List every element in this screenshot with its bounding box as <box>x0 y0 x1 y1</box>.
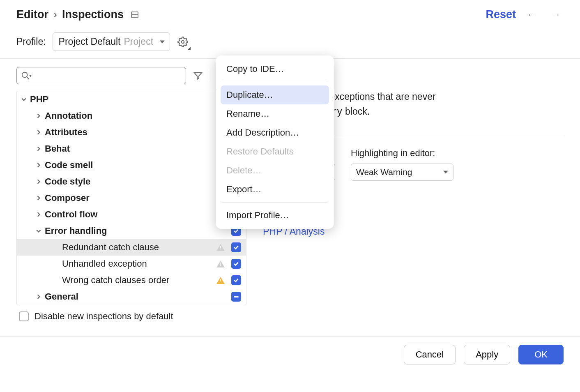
breadcrumb-root[interactable]: Editor <box>16 8 48 21</box>
tree-group-php[interactable]: PHP <box>17 91 246 108</box>
disable-new-checkbox[interactable] <box>19 311 29 321</box>
tree-group-code-smell[interactable]: Code smell <box>17 157 246 173</box>
reset-link[interactable]: Reset <box>486 8 516 21</box>
tree-group-error-handling[interactable]: Error handling <box>17 223 246 239</box>
popup-restore-defaults: Restore Defaults <box>221 142 329 161</box>
profile-label: Profile: <box>16 36 46 47</box>
tree-item-unhandled[interactable]: Unhandled exception <box>17 256 246 272</box>
checkbox-general[interactable] <box>231 292 241 302</box>
tree-group-control-flow[interactable]: Control flow <box>17 206 246 223</box>
tree-group-composer[interactable]: Composer <box>17 190 246 206</box>
tree-group-general[interactable]: General <box>17 288 246 305</box>
popup-import-profile[interactable]: Import Profile… <box>221 206 329 225</box>
breadcrumb-separator: › <box>53 8 57 21</box>
svg-point-0 <box>182 40 184 43</box>
popup-export[interactable]: Export… <box>221 180 329 199</box>
chevron-right-icon <box>36 146 41 152</box>
chevron-right-icon <box>36 179 41 184</box>
popup-delete: Delete… <box>221 161 329 180</box>
breadcrumb: Editor › Inspections <box>16 8 138 21</box>
chevron-down-icon <box>36 228 41 234</box>
popup-copy-to-ide[interactable]: Copy to IDE… <box>221 60 329 78</box>
popup-add-description[interactable]: Add Description… <box>221 123 329 142</box>
chevron-right-icon <box>36 129 41 135</box>
chevron-right-icon <box>36 212 41 217</box>
profile-select[interactable]: Project Default Project <box>53 32 170 51</box>
apply-button[interactable]: Apply <box>464 345 510 364</box>
warning-icon <box>216 277 225 284</box>
dialog-buttons: Cancel Apply OK <box>0 336 580 373</box>
tree-item-redundant-catch[interactable]: Redundant catch clause <box>17 239 246 256</box>
tree-group-code-style[interactable]: Code style <box>17 173 246 190</box>
tree-group-behat[interactable]: Behat <box>17 141 246 157</box>
profile-actions-popup: Copy to IDE… Duplicate… Rename… Add Desc… <box>216 55 334 229</box>
highlight-label: Highlighting in editor: <box>351 148 453 159</box>
chevron-right-icon <box>36 294 41 300</box>
chevron-right-icon <box>36 113 41 119</box>
checkbox-redundant-catch[interactable] <box>231 242 241 252</box>
profile-selected: Project Default <box>59 36 121 47</box>
window-icon[interactable] <box>131 12 138 18</box>
checkbox-unhandled[interactable] <box>231 259 241 269</box>
popup-separator <box>222 82 327 82</box>
tree-group-annotation[interactable]: Annotation <box>17 108 246 124</box>
popup-duplicate[interactable]: Duplicate… <box>221 85 329 104</box>
warning-icon <box>216 244 225 251</box>
highlight-select[interactable]: Weak Warning <box>351 164 453 181</box>
toolbar-divider <box>210 69 210 82</box>
search-dropdown-icon[interactable]: ▾ <box>29 73 32 78</box>
chevron-right-icon <box>36 162 41 168</box>
popup-separator <box>222 202 327 203</box>
search-icon <box>21 71 30 80</box>
disable-new-row[interactable]: Disable new inspections by default <box>16 305 246 327</box>
checkbox-wrong-order[interactable] <box>231 275 241 285</box>
ok-button[interactable]: OK <box>518 345 564 364</box>
svg-point-1 <box>22 72 28 78</box>
filter-icon[interactable] <box>192 69 204 82</box>
back-arrow-icon[interactable]: ← <box>524 8 540 21</box>
tree-group-attributes[interactable]: Attributes <box>17 124 246 141</box>
breadcrumb-current: Inspections <box>62 8 124 21</box>
search-input[interactable]: ▾ <box>16 67 186 84</box>
chevron-right-icon <box>36 195 41 201</box>
chevron-down-icon <box>21 97 27 102</box>
warning-icon <box>216 261 225 267</box>
inspection-tree: PHP Annotation Attributes Behat Code sme <box>16 91 246 305</box>
disable-new-label: Disable new inspections by default <box>35 311 173 322</box>
gear-icon[interactable] <box>177 36 189 48</box>
cancel-button[interactable]: Cancel <box>404 345 456 364</box>
highlight-value: Weak Warning <box>356 167 412 177</box>
forward-arrow-icon: → <box>548 8 564 21</box>
tree-item-wrong-order[interactable]: Wrong catch clauses order <box>17 272 246 288</box>
profile-suffix: Project <box>124 36 153 47</box>
popup-rename[interactable]: Rename… <box>221 104 329 123</box>
